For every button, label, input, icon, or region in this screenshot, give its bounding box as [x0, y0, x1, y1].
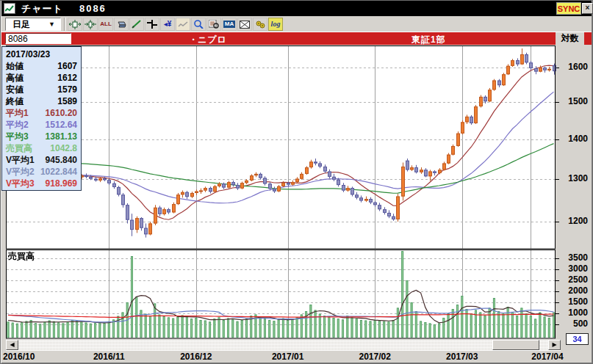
chart-app-icon — [4, 3, 15, 14]
volume-axis-tick: 500 — [560, 318, 588, 329]
info-value: 945.840 — [46, 154, 77, 166]
dropdown-arrow-icon: ▼ — [48, 21, 55, 28]
info-row-終値: 終値1589 — [2, 95, 81, 107]
price-axis-tick: 1300 — [560, 173, 588, 183]
period-dropdown[interactable]: 日足 ▼ — [5, 18, 61, 31]
info-row-平均2: 平均21512.64 — [2, 119, 81, 131]
info-value: 1022.844 — [40, 166, 77, 178]
sync-button[interactable]: SYNC — [556, 2, 581, 15]
info-value: 1612 — [57, 72, 77, 84]
volume-axis-tick: 3000 — [560, 263, 588, 274]
currency-icon-glyph: ◂¥ — [164, 21, 172, 28]
toolbar-icons: ALL◂¥MAlog — [68, 18, 283, 31]
quote-date: 2017/03/23 — [2, 48, 81, 60]
all-period-icon[interactable]: ALL — [98, 18, 113, 31]
horizontal-scrollbar[interactable]: ◀ ▶ — [6, 340, 561, 351]
settings-gears-icon[interactable] — [253, 18, 267, 31]
chart-style-icon[interactable] — [176, 18, 190, 31]
info-row-平均3: 平均31381.13 — [2, 131, 81, 142]
date-axis-tick: 2016/12 — [180, 352, 212, 362]
date-axis-tick: 2017/03 — [446, 352, 478, 362]
date-axis-tick: 2016/10 — [3, 352, 35, 362]
crosshair-icon[interactable] — [145, 18, 159, 31]
instrument-bar: ・ ニプロ 東証1部 対数 — [1, 32, 592, 45]
eraser-icon[interactable] — [114, 18, 129, 31]
stock-search-icon[interactable] — [206, 18, 221, 31]
quote-info-panel: 2017/03/23 始値1607高値1612安値1579終値1589平均116… — [1, 46, 82, 191]
close-button[interactable]: × — [582, 3, 593, 14]
info-label: 安値 — [6, 84, 24, 95]
candle-width-expand-icon[interactable] — [68, 18, 82, 31]
title-bar: チャート 8086 SYNC × — [1, 1, 592, 16]
info-label: 平均1 — [6, 107, 29, 119]
candle-width-expand-icon-glyph — [69, 20, 81, 29]
info-row-始値: 始値1607 — [2, 60, 81, 72]
trendline-pencil-icon-glyph — [132, 20, 142, 29]
volume-axis-tick: 1000 — [560, 307, 588, 318]
info-label: 高値 — [6, 72, 24, 84]
price-axis-tick: 1400 — [560, 134, 588, 144]
volume-axis-tick: 2500 — [560, 274, 588, 285]
envelope-icon[interactable] — [237, 18, 252, 31]
instrument-name: ニプロ — [198, 34, 227, 46]
info-row-平均1: 平均11610.20 — [2, 107, 81, 119]
log-scale-icon[interactable]: log — [268, 18, 283, 31]
info-label: V平均1 — [6, 154, 35, 166]
toolbar-separator — [64, 18, 65, 31]
envelope-icon-glyph — [240, 21, 250, 29]
date-axis-tick: 2017/04 — [531, 352, 563, 362]
date-axis-tick: 2016/11 — [93, 352, 125, 362]
stock-search-icon-glyph — [209, 20, 219, 29]
toolbar: 日足 ▼ ALL◂¥MAlog — [1, 16, 592, 32]
log-scale-icon-glyph: log — [271, 21, 281, 28]
candle-width-shrink-icon-glyph — [85, 20, 96, 29]
info-value: 1610.20 — [46, 107, 77, 119]
scroll-right-button[interactable]: ▶ — [548, 340, 561, 350]
eraser-icon-glyph — [116, 21, 126, 29]
price-axis-tick: 1500 — [560, 96, 588, 106]
scroll-left-button[interactable]: ◀ — [6, 340, 18, 350]
stock-code-input[interactable] — [5, 33, 71, 44]
info-row-V平均3: V平均3918.969 — [2, 178, 81, 189]
volume-axis-tick: 2000 — [560, 285, 588, 296]
candle-width-shrink-icon[interactable] — [83, 18, 98, 31]
price-axis-tick: 1600 — [560, 62, 588, 72]
info-value: 1579 — [57, 84, 77, 95]
info-label: V平均3 — [6, 178, 35, 189]
moving-average-icon-glyph: MA — [223, 21, 235, 28]
info-label: V平均2 — [6, 166, 35, 178]
instrument-bullet: ・ — [189, 34, 198, 46]
info-value: 1042.8 — [50, 142, 77, 154]
info-value: 918.969 — [46, 178, 77, 189]
window-title: チャート — [21, 2, 63, 15]
date-axis-tick: 2017/02 — [359, 352, 390, 362]
zoom-icon-glyph — [194, 20, 204, 29]
all-period-icon-glyph: ALL — [100, 21, 112, 27]
candlestick-chart[interactable] — [6, 46, 560, 339]
info-row-売買高: 売買高1042.8 — [2, 142, 81, 154]
info-row-高値: 高値1612 — [2, 72, 81, 84]
info-value: 1589 — [57, 95, 77, 107]
instrument-market: 東証1部 — [411, 34, 446, 46]
trendline-pencil-icon[interactable] — [129, 18, 144, 31]
chart-window: チャート 8086 SYNC × 日足 ▼ ALL◂¥MAlog ・ ニプロ 東… — [0, 0, 593, 364]
price-axis-tick: 1200 — [560, 216, 588, 226]
currency-icon[interactable]: ◂¥ — [160, 18, 175, 31]
scrollbar-thumb[interactable] — [492, 340, 539, 350]
info-value: 1607 — [57, 60, 77, 72]
window-title-code: 8086 — [79, 3, 107, 14]
volume-axis-tick: 3500 — [560, 252, 588, 263]
log-scale-label: 対数 — [556, 32, 584, 45]
info-value: 1512.64 — [46, 119, 77, 131]
info-row-安値: 安値1579 — [2, 84, 81, 95]
visible-count-badge: 34 — [566, 333, 589, 345]
info-label: 平均2 — [6, 119, 29, 131]
volume-axis-tick: 1500 — [560, 296, 588, 307]
date-axis-tick: 2017/01 — [272, 352, 303, 362]
zoom-icon[interactable] — [191, 18, 206, 31]
moving-average-icon[interactable]: MA — [222, 18, 237, 31]
info-row-V平均2: V平均21022.844 — [2, 166, 81, 178]
info-value: 1381.13 — [46, 131, 77, 142]
settings-gears-icon-glyph — [255, 20, 266, 29]
info-row-V平均1: V平均1945.840 — [2, 154, 81, 166]
